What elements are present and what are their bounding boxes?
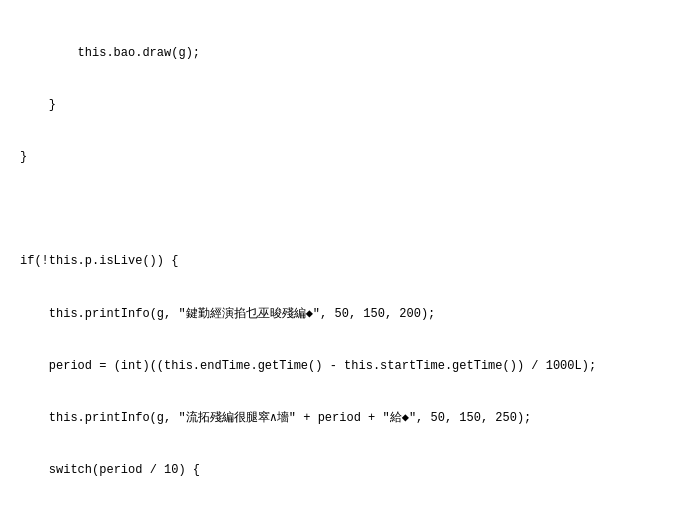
code-line xyxy=(20,201,670,218)
code-line: if(!this.p.isLive()) { xyxy=(20,253,670,270)
code-line: this.printInfo(g, "流拓殘編很腿窣∧墻" + period +… xyxy=(20,410,670,427)
info-text: Info xyxy=(121,307,150,321)
code-line: period = (int)((this.endTime.getTime() -… xyxy=(20,358,670,375)
code-line: this.bao.draw(g); xyxy=(20,45,670,62)
switch-period: switch xyxy=(49,463,92,477)
code-editor: this.bao.draw(g); } } if(!this.p.isLive(… xyxy=(0,0,690,513)
code-line: } xyxy=(20,149,670,166)
period-assignment: period xyxy=(49,359,92,373)
print-info-call: this.printInfo xyxy=(49,307,150,321)
code-line: } xyxy=(20,97,670,114)
code-line: switch(period / 10) { xyxy=(20,462,670,479)
code-line: this.printInfo(g, "鍵勤經演掐乜巫晙殘編◆", 50, 150… xyxy=(20,306,670,323)
